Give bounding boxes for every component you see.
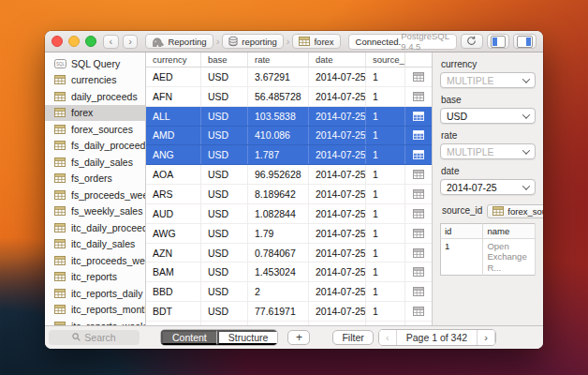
table-row-bdt[interactable]: BDTUSD77.619712014-07-251 (146, 302, 432, 322)
table-row-ars[interactable]: ARSUSD8.1896422014-07-251 (146, 185, 432, 204)
sidebar-item-itc-reports[interactable]: itc_reports (45, 269, 145, 286)
sidebar-item-itc-reports-weekly[interactable]: itc_reports_weekly (45, 318, 145, 325)
cell-currency: AED (146, 68, 201, 86)
table-row-awg[interactable]: AWGUSD1.792014-07-251 (146, 224, 432, 244)
sidebar-item-label: fs_proceeds_weekly (71, 189, 146, 201)
row-detail-table-icon[interactable] (405, 68, 432, 86)
table-row-aed[interactable]: AEDUSD3.672912014-07-251 (146, 68, 432, 87)
sidebar-item-daily-proceeds[interactable]: daily_proceeds (45, 88, 145, 105)
filter-value: USD (447, 111, 467, 122)
row-detail-table-icon[interactable] (405, 204, 432, 223)
filter-select-rate[interactable]: MULTIPLE (440, 143, 536, 159)
table-row-bam[interactable]: BAMUSD1.4530242014-07-251 (146, 262, 432, 282)
table-icon (54, 190, 66, 200)
column-header-base[interactable]: base (201, 52, 248, 67)
table-row-all[interactable]: ALLUSD103.58382014-07-251 (146, 107, 432, 127)
tab-structure[interactable]: Structure (217, 330, 278, 345)
breadcrumb-forex[interactable]: forex (292, 34, 340, 49)
table-body: AEDUSD3.672912014-07-251AFNUSD56.4857282… (146, 68, 432, 325)
sidebar-item-itc-daily-proceeds[interactable]: itc_daily_proceeds (45, 219, 145, 236)
tab-content[interactable]: Content (161, 330, 217, 345)
close-window-button[interactable] (51, 36, 63, 47)
search-input[interactable]: Search (49, 330, 140, 345)
table-icon (54, 158, 66, 167)
sidebar-item-fs-daily-proceeds[interactable]: fs_daily_proceeds (45, 138, 145, 155)
sidebar-item-label: fs_weekly_sales (71, 205, 142, 217)
row-detail-table-icon[interactable] (405, 282, 432, 301)
table-row-aoa[interactable]: AOAUSD96.9526282014-07-251 (146, 165, 432, 185)
row-detail-table-icon[interactable] (405, 244, 432, 262)
breadcrumb-label: reporting (242, 37, 277, 47)
sidebar-item-currencies[interactable]: currencies (45, 72, 145, 89)
row-detail-table-icon[interactable] (405, 127, 432, 145)
sidebar-item-itc-reports-monthly[interactable]: itc_reports_monthly (45, 302, 145, 319)
cell-currency: ARS (146, 185, 201, 203)
row-detail-table-icon[interactable] (405, 87, 432, 106)
table-icon (54, 223, 66, 232)
toggle-left-sidebar-button[interactable] (487, 34, 510, 49)
ref-table-row[interactable]: 1 Open Exchange R... (441, 239, 536, 276)
elephant-icon (152, 37, 164, 47)
minimize-window-button[interactable] (68, 36, 80, 47)
toggle-right-sidebar-button[interactable] (513, 34, 537, 49)
cell-date: 2014-07-25 (309, 204, 366, 223)
row-detail-table-icon[interactable] (405, 185, 432, 203)
titlebar[interactable]: ‹ › Reporting›reporting›forex Connected.… (45, 31, 543, 52)
cell-date: 2014-07-25 (309, 282, 366, 301)
column-header-currency[interactable]: currency (146, 52, 201, 67)
column-header-source_id[interactable]: source_id (366, 52, 405, 67)
filter-select-date[interactable]: 2014-07-25 (440, 179, 536, 195)
sidebar-item-sql-query[interactable]: SQLSQL Query (45, 55, 145, 72)
sidebar-item-itc-reports-daily[interactable]: itc_reports_daily (45, 285, 145, 302)
table-row-afn[interactable]: AFNUSD56.4857282014-07-251 (146, 87, 432, 107)
cell-source_id: 1 (366, 185, 405, 203)
table-row-aud[interactable]: AUDUSD1.0828442014-07-251 (146, 204, 432, 224)
chevron-down-icon (522, 146, 530, 154)
row-detail-table-icon[interactable] (405, 107, 432, 126)
sidebar-item-fs-weekly-sales[interactable]: fs_weekly_sales (45, 203, 145, 220)
cell-date: 2014-07-25 (309, 127, 366, 145)
table-row-azn[interactable]: AZNUSD0.7840672014-07-251 (146, 244, 432, 263)
add-row-button[interactable]: + (287, 330, 310, 345)
cell-date: 2014-07-25 (309, 68, 366, 86)
cell-source_id: 1 (366, 224, 405, 243)
filter-select-base[interactable]: USD (440, 108, 536, 124)
sidebar-item-forex[interactable]: forex (45, 105, 145, 122)
sidebar-item-itc-proceeds-weekly[interactable]: itc_proceeds_weekly (45, 252, 145, 269)
sidebar-item-fs-orders[interactable]: fs_orders (45, 171, 145, 188)
forward-button[interactable]: › (123, 35, 139, 49)
row-detail-table-icon[interactable] (405, 224, 432, 243)
filter-select-currency[interactable]: MULTIPLE (440, 72, 536, 88)
row-detail-table-icon[interactable] (405, 302, 432, 321)
sidebar-item-forex-sources[interactable]: forex_sources (45, 121, 145, 138)
back-button[interactable]: ‹ (103, 35, 119, 49)
filter-label-currency: currency (441, 59, 536, 69)
filter-group-base: baseUSD (440, 95, 536, 124)
sidebar-item-fs-proceeds-weekly[interactable]: fs_proceeds_weekly (45, 187, 145, 203)
foreign-key-table-button[interactable]: forex_source (487, 204, 543, 218)
cell-currency: ANG (146, 145, 201, 164)
filter-button[interactable]: Filter (332, 330, 373, 345)
table-row-ang[interactable]: ANGUSD1.7872014-07-251 (146, 145, 432, 165)
breadcrumb-reporting[interactable]: Reporting (145, 34, 213, 49)
table-icon (54, 75, 66, 84)
row-detail-table-icon[interactable] (405, 165, 432, 184)
row-detail-table-icon[interactable] (405, 145, 432, 164)
zoom-window-button[interactable] (85, 36, 96, 47)
column-header-date[interactable]: date (309, 52, 366, 67)
breadcrumb-reporting[interactable]: reporting (222, 34, 284, 49)
sidebar-item-itc-daily-sales[interactable]: itc_daily_sales (45, 236, 145, 253)
previous-page-button[interactable]: ‹ (379, 330, 397, 345)
column-header-rate[interactable]: rate (248, 52, 309, 67)
svg-text:SQL: SQL (56, 62, 66, 67)
table-row-bbd[interactable]: BBDUSD22014-07-251 (146, 282, 432, 302)
cell-currency: BDT (146, 302, 201, 321)
next-page-button[interactable]: › (478, 330, 495, 345)
table-row-amd[interactable]: AMDUSD410.0862014-07-251 (146, 127, 432, 146)
sidebar-item-label: itc_daily_sales (71, 238, 135, 249)
row-detail-table-icon[interactable] (405, 262, 432, 281)
sidebar-item-fs-daily-sales[interactable]: fs_daily_sales (45, 154, 145, 171)
cell-source_id: 1 (366, 165, 405, 184)
table-icon (54, 173, 66, 183)
refresh-button[interactable] (461, 34, 483, 49)
